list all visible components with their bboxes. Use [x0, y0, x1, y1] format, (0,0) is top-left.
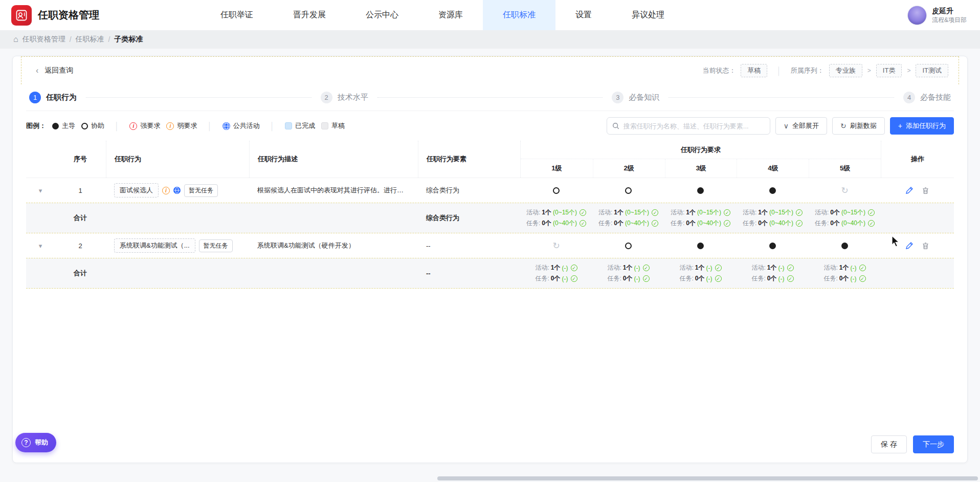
search-input[interactable] [623, 122, 765, 130]
behavior-tag[interactable]: 系统联调&功能测试（... [114, 238, 195, 253]
level-2-state[interactable] [625, 243, 632, 249]
current-status-label: 当前状态： [702, 66, 736, 75]
level-3-state[interactable] [697, 243, 704, 249]
delete-icon[interactable] [922, 242, 929, 250]
summary-level-4: 活动:1个(0~15个) 任务:0个(0~40个) [737, 203, 809, 233]
expand-toggle-icon[interactable]: ▾ [39, 187, 42, 194]
chevron-right-icon: > [867, 67, 871, 74]
col-group-requirements: 任职行为要求 1级 2级 3级 4级 5级 [520, 141, 881, 178]
legend: 图例： 主导 协助 │ i 强要求 i 弱要求 │ [26, 121, 345, 130]
step-4-skills[interactable]: 4 必备技能 [903, 92, 951, 103]
check-icon [643, 265, 650, 271]
search-box[interactable] [607, 117, 770, 135]
chevron-right-icon: > [907, 67, 910, 74]
level-5-state[interactable] [841, 243, 848, 249]
save-button[interactable]: 保 存 [871, 435, 907, 453]
gray-square-icon [321, 122, 328, 129]
check-icon [724, 209, 730, 216]
legend-strong-label: 强要求 [140, 121, 160, 130]
user-avatar[interactable] [907, 6, 927, 25]
expand-column-header [26, 141, 55, 178]
nav-item-qualification-proof[interactable]: 任职举证 [201, 0, 273, 30]
breadcrumb: ⌂ 任职资格管理 / 任职标准 / 子类标准 [0, 30, 980, 49]
level-3-state[interactable] [697, 187, 704, 194]
col-header-level-4: 4级 [737, 159, 809, 178]
sequence-tag-family: 专业族 [829, 64, 862, 77]
col-header-level-5: 5级 [809, 159, 881, 178]
expand-toggle-icon[interactable]: ▾ [39, 242, 42, 250]
legend-draft-label: 草稿 [331, 121, 345, 130]
behavior-description: 系统联调&功能测试（硬件开发） [257, 241, 355, 250]
col-header-index: 序号 [55, 141, 106, 178]
step-connector [86, 97, 311, 98]
card-footer: 保 存 下一步 [26, 428, 954, 453]
check-icon [859, 275, 866, 282]
help-button[interactable]: ? 帮助 [15, 433, 56, 452]
level-2-state[interactable] [625, 187, 632, 194]
legend-draft: 草稿 [321, 121, 345, 130]
behavior-tag[interactable]: 面试候选人 [114, 183, 159, 198]
toolbar-row: ‹ 返回查询 当前状态： 草稿 │ 所属序列： 专业族 > IT类 > IT测试 [21, 56, 959, 84]
refresh-icon: ↻ [840, 122, 847, 130]
no-task-tag: 暂无任务 [184, 184, 218, 197]
nav-item-publicity[interactable]: 公示中心 [346, 0, 418, 30]
level-4-state[interactable] [769, 187, 776, 194]
refresh-button[interactable]: ↻ 刷新数据 [832, 117, 885, 135]
home-icon[interactable]: ⌂ [13, 35, 18, 44]
edit-icon[interactable] [905, 242, 914, 250]
breadcrumb-standards[interactable]: 任职标准 [76, 35, 104, 44]
filled-circle-icon [52, 123, 59, 129]
check-icon [787, 275, 794, 282]
check-icon [643, 275, 650, 282]
back-label: 返回查询 [44, 66, 73, 75]
no-task-tag: 暂无任务 [199, 239, 233, 252]
step-wizard: 1 任职行为 2 技术水平 3 必备知识 4 必备技能 [26, 84, 954, 111]
add-behavior-button[interactable]: + 添加任职行为 [890, 117, 954, 135]
col-header-element: 任职行为要素 [418, 141, 520, 178]
table-header: 序号 任职行为 任职行为描述 任职行为要素 任职行为要求 1级 2级 3级 4级… [26, 141, 954, 178]
level-5-state[interactable] [841, 186, 848, 195]
edit-icon[interactable] [905, 186, 914, 194]
level-4-state[interactable] [769, 243, 776, 249]
nav-item-settings[interactable]: 设置 [555, 0, 612, 30]
check-icon [580, 220, 586, 227]
check-icon [652, 209, 658, 216]
col-header-behavior: 任职行为 [106, 141, 249, 178]
col-header-operations: 操作 [881, 141, 954, 178]
user-menu[interactable]: 皮延升 流程&项目部 [907, 0, 980, 30]
page-body: ‹ 返回查询 当前状态： 草稿 │ 所属序列： 专业族 > IT类 > IT测试… [0, 49, 980, 482]
summary-label: 合计 [55, 258, 106, 288]
check-icon [796, 209, 803, 216]
summary-level-2: 活动:1个(0~15个) 任务:0个(0~40个) [592, 203, 664, 233]
horizontal-scrollbar[interactable] [437, 476, 978, 480]
nav-item-standards-active[interactable]: 任职标准 [483, 0, 555, 30]
step-3-knowledge[interactable]: 3 必备知识 [612, 92, 659, 103]
sequence-label: 所属序列： [791, 66, 824, 75]
col-header-level-1: 1级 [521, 159, 593, 178]
globe-icon [173, 187, 181, 194]
delete-icon[interactable] [922, 187, 929, 194]
status-area: 当前状态： 草稿 │ 所属序列： 专业族 > IT类 > IT测试 [702, 64, 953, 77]
legend-lead: 主导 [52, 121, 75, 130]
expand-all-button[interactable]: ∨ 全部展开 [775, 117, 827, 135]
nav-item-promotion[interactable]: 晋升发展 [273, 0, 346, 30]
step-number: 2 [321, 92, 332, 103]
level-1-state[interactable] [552, 242, 560, 250]
requirements-group-title: 任职行为要求 [521, 141, 881, 159]
breadcrumb-root[interactable]: 任职资格管理 [23, 35, 65, 44]
main-nav: 任职举证 晋升发展 公示中心 资源库 任职标准 设置 异议处理 [201, 0, 684, 30]
question-icon: ? [21, 438, 31, 447]
status-badge: 草稿 [741, 64, 767, 77]
nav-item-resources[interactable]: 资源库 [418, 0, 483, 30]
summary-element: 综合类行为 [418, 203, 520, 233]
step-1-behavior[interactable]: 1 任职行为 [29, 92, 77, 103]
back-to-query-button[interactable]: ‹ 返回查询 [27, 66, 73, 75]
table-row: ▾ 2 系统联调&功能测试（... 暂无任务 系统联调&功能测试（硬件开发） -… [26, 233, 954, 258]
row-index: 2 [55, 237, 106, 255]
brand: 任职资格管理 [0, 0, 153, 30]
check-icon [868, 209, 875, 216]
step-2-technical[interactable]: 2 技术水平 [321, 92, 368, 103]
level-1-state[interactable] [553, 187, 560, 194]
nav-item-disputes[interactable]: 异议处理 [612, 0, 684, 30]
next-step-button[interactable]: 下一步 [913, 435, 954, 453]
